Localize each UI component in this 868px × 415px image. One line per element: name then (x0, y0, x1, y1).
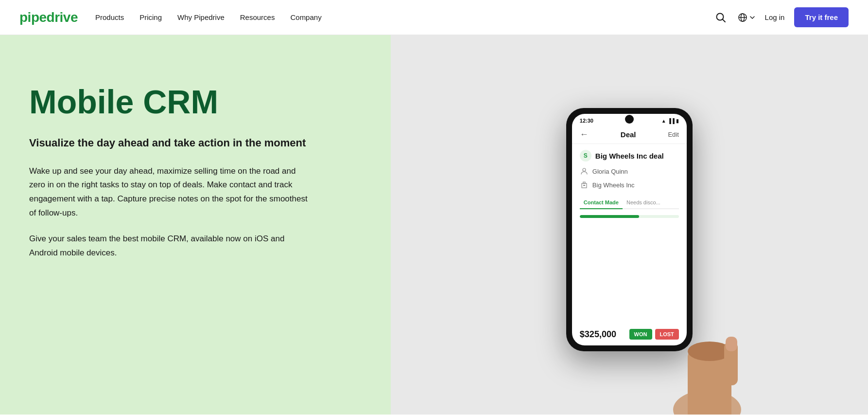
nav-link-resources[interactable]: Resources (240, 13, 275, 21)
contact-name: Gloria Quinn (592, 168, 628, 175)
phone-tab-contact-made[interactable]: Contact Made (580, 197, 623, 209)
phone-header: ← Deal Edit (572, 126, 687, 144)
globe-icon (738, 13, 747, 22)
deal-icon: S (580, 150, 591, 162)
phone-header-title: Deal (621, 130, 636, 139)
svg-rect-8 (584, 185, 585, 186)
hero-section: Mobile CRM Visualize the day ahead and t… (0, 35, 868, 415)
signal-icon: ▐▐ (668, 118, 675, 124)
try-free-button[interactable]: Try it free (794, 7, 849, 27)
phone-progress-bar (580, 215, 679, 218)
login-button[interactable]: Log in (765, 13, 785, 21)
wifi-icon: ▲ (661, 118, 666, 124)
hero-body-2: Give your sales team the best mobile CRM… (29, 232, 292, 260)
nav-link-why-pipedrive[interactable]: Why Pipedrive (177, 13, 225, 21)
phone-tabs: Contact Made Needs disco... (580, 197, 679, 209)
edit-button[interactable]: Edit (668, 131, 678, 138)
phone-time: 12:30 (580, 118, 593, 124)
person-icon (580, 167, 589, 176)
search-button[interactable] (713, 10, 728, 25)
search-icon (715, 12, 726, 23)
nav-item-why-pipedrive[interactable]: Why Pipedrive (177, 13, 225, 22)
phone-notch (625, 115, 634, 124)
phone-company-row: Big Wheels Inc (572, 178, 687, 192)
hero-content: Mobile CRM Visualize the day ahead and t… (0, 35, 340, 289)
nav-link-company[interactable]: Company (290, 13, 321, 21)
hero-phone-area: 12:30 ▲ ▐▐ ▮ ← Deal Edit (391, 35, 868, 415)
nav-left: pipedrive Products Pricing Why Pipedrive… (19, 10, 322, 25)
nav-item-products[interactable]: Products (95, 13, 124, 22)
phone-status-icons: ▲ ▐▐ ▮ (661, 118, 679, 124)
battery-icon: ▮ (676, 118, 679, 124)
nav-item-pricing[interactable]: Pricing (139, 13, 162, 22)
phone-tab-needs-disco[interactable]: Needs disco... (623, 197, 664, 208)
chevron-down-icon (749, 15, 755, 20)
hero-body-1: Wake up and see your day ahead, maximize… (29, 164, 311, 221)
phone-contact-row: Gloria Quinn (572, 164, 687, 178)
svg-point-5 (583, 168, 586, 171)
svg-rect-13 (726, 337, 737, 351)
hero-subtitle: Visualize the day ahead and take action … (29, 136, 311, 151)
hero-title: Mobile CRM (29, 84, 311, 120)
svg-rect-7 (583, 185, 584, 186)
navbar: pipedrive Products Pricing Why Pipedrive… (0, 0, 868, 35)
nav-links: Products Pricing Why Pipedrive Resources… (95, 13, 322, 22)
hand-illustration (649, 303, 746, 415)
phone-deal-title-row: S Big Wheels Inc deal (572, 144, 687, 164)
back-button[interactable]: ← (580, 129, 589, 140)
deal-amount: $325,000 (580, 329, 616, 340)
svg-line-1 (722, 19, 725, 22)
nav-item-resources[interactable]: Resources (240, 13, 275, 22)
deal-title: Big Wheels Inc deal (595, 152, 664, 160)
logo[interactable]: pipedrive (19, 10, 78, 25)
nav-link-pricing[interactable]: Pricing (139, 13, 162, 21)
phone-progress-fill (580, 215, 639, 218)
nav-right: Log in Try it free (713, 7, 849, 27)
building-icon (580, 180, 589, 189)
language-selector[interactable] (738, 13, 755, 22)
phone-hand-container: 12:30 ▲ ▐▐ ▮ ← Deal Edit (527, 93, 731, 415)
nav-item-company[interactable]: Company (290, 13, 321, 22)
nav-link-products[interactable]: Products (95, 13, 124, 21)
company-name: Big Wheels Inc (592, 181, 635, 189)
